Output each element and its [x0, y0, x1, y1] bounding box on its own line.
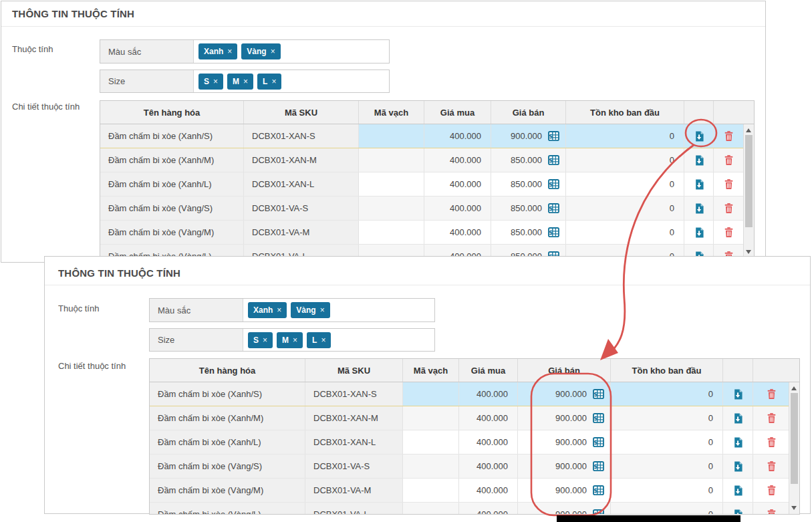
copy-down-button[interactable]	[723, 382, 753, 406]
tag-chip[interactable]: M×	[277, 332, 303, 348]
copy-down-icon[interactable]	[733, 509, 742, 515]
delete-row-button[interactable]	[714, 197, 745, 220]
scroll-up-icon[interactable]	[746, 128, 751, 132]
copy-down-button[interactable]	[684, 197, 714, 220]
table-row[interactable]: Đầm chấm bi xòe (Xanh/S)DCBX01-XAN-S400.…	[150, 382, 799, 406]
price-table-icon[interactable]	[548, 203, 559, 213]
price-table-icon[interactable]	[548, 131, 559, 141]
cell-barcode-input[interactable]	[403, 382, 459, 406]
tag-chip[interactable]: L×	[257, 74, 281, 90]
cell-sell-price[interactable]: 850.000	[491, 221, 566, 244]
trash-icon[interactable]	[724, 179, 733, 189]
copy-down-icon[interactable]	[694, 131, 704, 142]
scroll-down-icon[interactable]	[791, 506, 797, 510]
cell-buy-price[interactable]: 400.000	[459, 503, 518, 515]
cell-barcode-input[interactable]	[403, 479, 459, 502]
copy-down-icon[interactable]	[694, 227, 704, 238]
cell-barcode-input[interactable]	[403, 406, 459, 430]
tag-chip[interactable]: L×	[307, 332, 331, 348]
copy-down-icon[interactable]	[733, 437, 742, 448]
cell-sell-price[interactable]: 900.000	[518, 430, 611, 454]
cell-barcode-input[interactable]	[359, 221, 424, 244]
cell-buy-price[interactable]: 400.000	[459, 454, 518, 478]
cell-initial-stock[interactable]: 0	[566, 124, 684, 148]
copy-down-icon[interactable]	[733, 389, 742, 400]
tag-chip[interactable]: S×	[198, 74, 223, 90]
table-row[interactable]: Đầm chấm bi xòe (Xanh/L)DCBX01-XAN-L400.…	[100, 172, 754, 197]
price-table-icon[interactable]	[548, 155, 559, 165]
copy-down-button[interactable]	[684, 124, 714, 148]
cell-barcode-input[interactable]	[359, 148, 424, 172]
trash-icon[interactable]	[724, 131, 733, 141]
tag-close-icon[interactable]: ×	[271, 78, 276, 86]
copy-down-icon[interactable]	[733, 413, 742, 424]
table-row[interactable]: Đầm chấm bi xòe (Vàng/L)DCBX01-VA-L400.0…	[150, 503, 799, 515]
trash-icon[interactable]	[724, 203, 733, 213]
scrollbar-thumb[interactable]	[745, 135, 753, 227]
copy-down-button[interactable]	[723, 430, 753, 454]
delete-row-button[interactable]	[753, 479, 790, 502]
cell-buy-price[interactable]: 400.000	[424, 197, 491, 220]
copy-down-icon[interactable]	[694, 179, 704, 190]
tag-chip[interactable]: Vàng×	[291, 302, 329, 318]
table-row[interactable]: Đầm chấm bi xòe (Xanh/L)DCBX01-XAN-L400.…	[150, 430, 799, 454]
cell-barcode-input[interactable]	[403, 503, 459, 515]
cell-buy-price[interactable]: 400.000	[424, 221, 491, 244]
cell-buy-price[interactable]: 400.000	[424, 172, 491, 196]
price-table-icon[interactable]	[593, 485, 604, 495]
copy-down-icon[interactable]	[694, 155, 704, 166]
tag-chip[interactable]: Vàng×	[241, 43, 280, 59]
table-row[interactable]: Đầm chấm bi xòe (Vàng/M)DCBX01-VA-M400.0…	[150, 479, 799, 503]
tag-chip[interactable]: M×	[227, 74, 253, 90]
copy-down-button[interactable]	[684, 221, 714, 244]
delete-row-button[interactable]	[753, 406, 790, 430]
trash-icon[interactable]	[767, 509, 776, 515]
cell-barcode-input[interactable]	[359, 172, 424, 196]
vertical-scrollbar[interactable]	[789, 382, 799, 514]
cell-barcode-input[interactable]	[403, 430, 459, 454]
trash-icon[interactable]	[767, 485, 776, 495]
delete-row-button[interactable]	[753, 382, 790, 406]
tag-close-icon[interactable]: ×	[293, 336, 297, 344]
copy-down-icon[interactable]	[733, 461, 742, 472]
delete-row-button[interactable]	[753, 430, 790, 454]
cell-buy-price[interactable]: 400.000	[459, 406, 518, 430]
tag-close-icon[interactable]: ×	[213, 78, 218, 86]
trash-icon[interactable]	[767, 413, 776, 423]
cell-initial-stock[interactable]: 0	[611, 382, 723, 406]
cell-initial-stock[interactable]: 0	[566, 148, 684, 172]
copy-down-button[interactable]	[723, 454, 753, 478]
cell-sell-price[interactable]: 850.000	[491, 148, 566, 172]
cell-initial-stock[interactable]: 0	[566, 172, 684, 196]
cell-initial-stock[interactable]: 0	[611, 454, 723, 478]
price-table-icon[interactable]	[548, 179, 559, 189]
scroll-down-icon[interactable]	[746, 250, 751, 254]
table-row[interactable]: Đầm chấm bi xòe (Vàng/S)DCBX01-VA-S400.0…	[150, 454, 799, 479]
table-row[interactable]: Đầm chấm bi xòe (Vàng/M)DCBX01-VA-M400.0…	[100, 221, 754, 245]
vertical-scrollbar[interactable]	[743, 124, 754, 258]
trash-icon[interactable]	[767, 461, 776, 471]
tag-close-icon[interactable]: ×	[277, 306, 281, 314]
tag-chip[interactable]: Xanh×	[248, 302, 287, 318]
scroll-up-icon[interactable]	[791, 386, 797, 390]
cell-initial-stock[interactable]: 0	[611, 406, 723, 430]
cell-sell-price[interactable]: 900.000	[518, 503, 611, 515]
copy-down-button[interactable]	[684, 172, 714, 196]
cell-sell-price[interactable]: 850.000	[491, 172, 566, 196]
cell-buy-price[interactable]: 400.000	[424, 124, 491, 148]
attribute-tags-input[interactable]: Xanh× Vàng×	[194, 40, 389, 63]
price-table-icon[interactable]	[593, 509, 604, 515]
price-table-icon[interactable]	[593, 437, 604, 447]
trash-icon[interactable]	[767, 389, 776, 399]
copy-down-icon[interactable]	[694, 203, 704, 214]
cell-buy-price[interactable]: 400.000	[459, 479, 518, 502]
cell-sell-price[interactable]: 900.000	[518, 382, 611, 406]
trash-icon[interactable]	[724, 155, 733, 165]
trash-icon[interactable]	[767, 437, 776, 447]
delete-row-button[interactable]	[753, 503, 790, 515]
copy-down-button[interactable]	[684, 148, 714, 172]
delete-row-button[interactable]	[714, 172, 745, 196]
copy-down-button[interactable]	[723, 503, 753, 515]
price-table-icon[interactable]	[593, 413, 604, 423]
price-table-icon[interactable]	[593, 389, 604, 399]
